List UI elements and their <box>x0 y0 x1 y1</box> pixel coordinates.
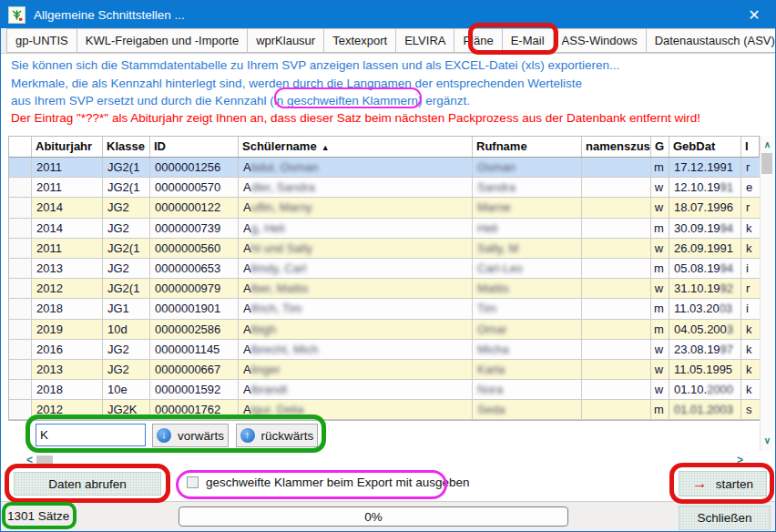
cell-namenszusatz <box>582 400 651 420</box>
cell-gebdat: 18.07.1996 <box>669 198 741 218</box>
tab-pl-ne[interactable]: Pläne <box>454 28 502 53</box>
cell-rufname: Mattis <box>473 279 582 299</box>
row-selector-cell <box>9 259 32 279</box>
cell-id: 0000000570 <box>150 178 239 198</box>
column-header-id[interactable]: ID <box>150 137 239 157</box>
close-window-icon[interactable]: ✕ <box>733 1 775 28</box>
start-button[interactable]: → starten <box>679 471 767 496</box>
scroll-left-icon[interactable]: < <box>26 454 33 466</box>
cell-schuelername: Albigh <box>239 320 473 340</box>
backward-button[interactable]: ↑ rückwärts <box>236 424 318 447</box>
cell-truncated-column: k <box>741 340 761 360</box>
table-row[interactable]: 2011JG2(10000001256Abdul, OsmanOsmanm17.… <box>9 158 759 178</box>
cell-gebdat: 12.10.1991 <box>669 178 741 198</box>
table-row[interactable]: 2012JG2K0000001762Algur, DeliaSedam01.01… <box>9 400 759 420</box>
table-row[interactable]: 2018JG10000001901Alfrich, TimTimm11.03.2… <box>9 299 759 319</box>
record-count: 1301 Sätze <box>7 509 69 523</box>
cell-abiturjahr: 2016 <box>32 340 103 360</box>
cell-rufname: Nora <box>473 380 582 400</box>
search-input-wrap <box>36 424 146 446</box>
tab-textexport[interactable]: Textexport <box>324 28 396 53</box>
cell-gebdat: 23.08.1997 <box>669 340 741 360</box>
tab-elvira[interactable]: ELVIRA <box>396 28 454 53</box>
tab-kwl-freigaben-und-importe[interactable]: KWL-Freigaben und -Importe <box>77 28 248 53</box>
column-header-i[interactable]: I <box>741 137 761 157</box>
search-input[interactable] <box>36 424 146 446</box>
cell-klasse: JG2K <box>103 400 150 420</box>
table-row[interactable]: 2013JG20000000667AlingerKarlaw11.05.1995… <box>9 360 759 380</box>
column-header-g[interactable]: G <box>651 137 669 157</box>
warning-text: Der Eintrag "*??*" als Abiturjahr zeigt … <box>11 111 700 125</box>
info-line-1: Sie können sich die Stammdatentabelle zu… <box>11 56 619 75</box>
cell-id: 0000001901 <box>150 299 239 319</box>
cell-geschlecht: w <box>651 380 669 400</box>
horizontal-scroll-thumb[interactable] <box>36 455 53 466</box>
tab-gp-untis[interactable]: gp-UNTIS <box>6 28 77 53</box>
table-row[interactable]: 2014JG20000000122Auflin, MarnyMarnew18.0… <box>9 198 759 218</box>
cell-gebdat: 30.09.1994 <box>669 219 741 239</box>
cell-schuelername: Ag, Heli <box>239 219 473 239</box>
vertical-scrollbar[interactable]: ∧ ∨ <box>760 136 773 451</box>
table-row[interactable]: 2013JG20000000653Allmdy, CarlCarl-Leom05… <box>9 259 759 279</box>
table-row[interactable]: 201810e0000001592AlbrandtNoraw01.10.2000… <box>9 380 759 400</box>
cell-truncated-column: k <box>741 219 761 239</box>
tab-datenaustausch-asv-[interactable]: Datenaustausch (ASV) <box>647 28 776 53</box>
cell-id: 0000000653 <box>150 259 239 279</box>
geschweifte-klammer-checkbox[interactable] <box>187 476 199 488</box>
cell-truncated-column: e <box>741 178 761 198</box>
cell-gebdat: 26.09.1991 <box>669 239 741 259</box>
cell-truncated-column: r <box>741 198 761 218</box>
cell-gebdat: 11.03.2003 <box>669 299 741 319</box>
column-header-selector[interactable] <box>9 137 32 157</box>
cell-geschlecht: m <box>651 320 669 340</box>
row-selector-cell <box>9 279 32 299</box>
table-header-row: AbiturjahrKlasseIDSchülername▲Rufnamenam… <box>9 137 759 158</box>
cell-namenszusatz <box>582 320 651 340</box>
cell-geschlecht: w <box>651 198 669 218</box>
cell-abiturjahr: 2011 <box>32 178 103 198</box>
row-selector-cell <box>9 219 32 239</box>
column-header-sch-lername[interactable]: Schülername▲ <box>239 137 473 157</box>
column-header-rufname[interactable]: Rufname <box>473 137 582 157</box>
table-row[interactable]: 2011JG2(10000000560Ahl und SallySally, M… <box>9 239 759 259</box>
row-selector-cell <box>9 158 32 178</box>
cell-abiturjahr: 2018 <box>32 299 103 319</box>
table-row[interactable]: 2016JG20000001145Albrecht, MichMichaw23.… <box>9 340 759 360</box>
cell-klasse: JG2 <box>103 360 150 380</box>
cell-abiturjahr: 2012 <box>32 279 103 299</box>
close-dialog-button[interactable]: Schließen <box>679 506 771 530</box>
tab-wprklausur[interactable]: wprKlausur <box>248 28 324 53</box>
tab-ass-windows[interactable]: ASS-Windows <box>554 28 647 53</box>
column-header-abiturjahr[interactable]: Abiturjahr <box>32 137 103 157</box>
tab-bar: gp-UNTISKWL-Freigaben und -ImportewprKla… <box>1 28 775 54</box>
scroll-up-icon[interactable]: ∧ <box>761 138 774 151</box>
cell-namenszusatz <box>582 360 651 380</box>
cell-truncated-column: k <box>741 380 761 400</box>
column-header-namenszusatz[interactable]: namenszusatz <box>582 137 651 157</box>
cell-klasse: JG1 <box>103 299 150 319</box>
cell-namenszusatz <box>582 239 651 259</box>
table-row[interactable]: 201910d0000002586AlbighOmarm04.05.2003k <box>9 320 759 340</box>
status-bar: 1301 Sätze 0% Schließen <box>1 501 775 532</box>
row-selector-cell <box>9 400 32 420</box>
cell-namenszusatz <box>582 178 651 198</box>
table-body: 2011JG2(10000001256Abdul, OsmanOsmanm17.… <box>9 158 759 420</box>
export-braces-option: geschweifte Klammer beim Export mit ausg… <box>187 476 470 489</box>
red-arrow-icon: → <box>692 477 708 490</box>
table-row[interactable]: 2011JG2(10000000570Adler, SandraSandraw1… <box>9 178 759 198</box>
fetch-data-button[interactable]: Daten abrufen <box>14 472 161 496</box>
table-row[interactable]: 2014JG20000000739Ag, HeliHelim30.09.1994… <box>9 219 759 239</box>
forward-button[interactable]: ↓ vorwärts <box>152 424 229 447</box>
scroll-down-icon[interactable]: ∨ <box>761 434 774 447</box>
scroll-right-icon[interactable]: > <box>737 454 743 466</box>
dialog-window: Allgemeine Schnittstellen ... ✕ gp-UNTIS… <box>0 0 776 532</box>
vertical-scroll-thumb[interactable] <box>761 153 772 174</box>
table-row[interactable]: 2012JG2(10000000979Alber, MattisMattisw3… <box>9 279 759 299</box>
column-header-gebdat[interactable]: GebDat <box>669 137 741 157</box>
cell-namenszusatz <box>582 219 651 239</box>
tab-e-mail[interactable]: E-Mail <box>503 28 554 53</box>
cell-schuelername: Algur, Delia <box>239 400 473 420</box>
column-header-klasse[interactable]: Klasse <box>103 137 150 157</box>
geschweifte-klammer-label: geschweifte Klammer beim Export mit ausg… <box>206 476 470 489</box>
row-selector-cell <box>9 178 32 198</box>
